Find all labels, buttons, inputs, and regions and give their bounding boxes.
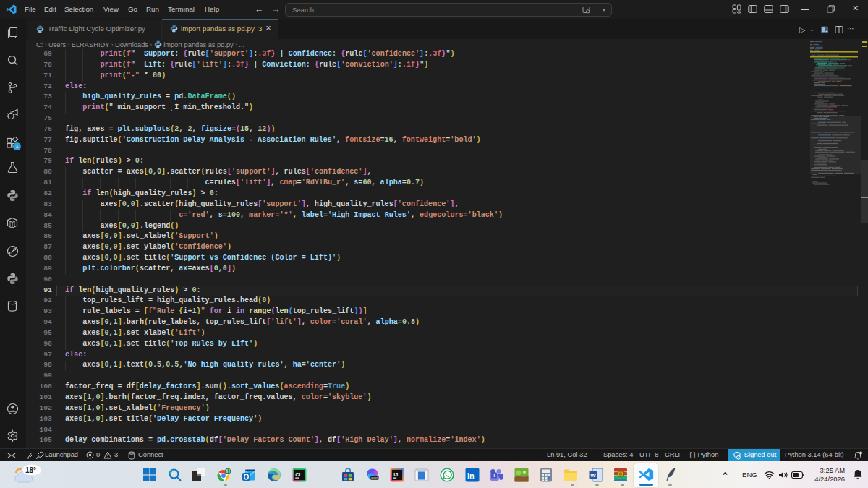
svg-text:in: in	[467, 471, 475, 480]
svg-text:z: z	[859, 470, 861, 474]
svg-text:H: H	[226, 468, 230, 474]
svg-text:CL: CL	[295, 472, 302, 477]
svg-text:M365: M365	[371, 476, 378, 480]
svg-text:W: W	[590, 472, 596, 479]
svg-text:T: T	[493, 473, 495, 478]
svg-text:18°: 18°	[25, 466, 36, 474]
svg-text:◕: ◕	[825, 29, 828, 33]
svg-text:IJ: IJ	[393, 472, 398, 477]
